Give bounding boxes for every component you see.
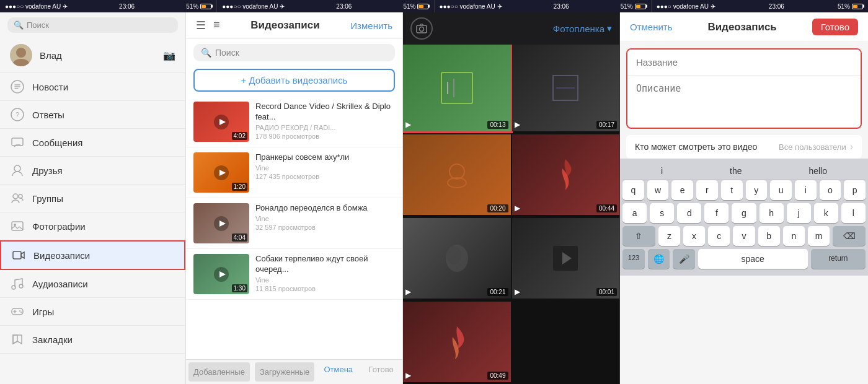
key-l[interactable]: l (841, 203, 866, 223)
upload-done-button[interactable]: Готово (812, 19, 858, 35)
sidebar-item-games[interactable]: Игры (0, 298, 185, 326)
videos-edit-button[interactable]: Изменить (350, 20, 392, 31)
key-m[interactable]: m (808, 226, 830, 246)
sidebar-item-friends[interactable]: Друзья (0, 157, 185, 185)
video-item-1[interactable]: 4:02 Record Dance Video / Skrillex & Dip… (186, 97, 402, 147)
sidebar-item-bookmarks[interactable]: Закладки (0, 326, 185, 354)
svg-point-7 (14, 165, 20, 172)
sidebar-item-groups[interactable]: Группы (0, 185, 185, 212)
status-bars: ●●●○○ vodafone AU ✈ 23:06 51% ●●●○○ voda… (0, 0, 868, 12)
status-bar-4: ●●●○ vodafone AU ✈ 23:06 51% (652, 0, 868, 12)
key-g[interactable]: g (732, 203, 756, 223)
video-play-icon-7: ▶ (405, 371, 411, 380)
album-duration-3: 00:20 (487, 204, 508, 212)
key-u[interactable]: u (770, 180, 792, 200)
key-i[interactable]: i (795, 180, 817, 200)
shift-key[interactable]: ⇧ (622, 226, 655, 246)
album-header: Фотопленка ▾ (403, 12, 619, 45)
video-play-icon-2: ▶ (515, 120, 520, 129)
messages-icon (10, 135, 25, 150)
album-camera-button[interactable] (410, 17, 433, 40)
videos-search-area: 🔍 Поиск (186, 39, 402, 66)
time-1: 23:06 (119, 3, 135, 10)
numbers-key[interactable]: 123 (622, 249, 645, 269)
privacy-setting[interactable]: Кто может смотреть это видео Все пользов… (626, 135, 862, 159)
key-h[interactable]: h (760, 203, 784, 223)
key-k[interactable]: k (814, 203, 838, 223)
key-q[interactable]: q (622, 180, 644, 200)
key-c[interactable]: c (708, 226, 730, 246)
chevron-down-icon: ▾ (607, 23, 612, 34)
tab-uploaded[interactable]: Загруженные (255, 362, 314, 382)
key-p[interactable]: p (844, 180, 866, 200)
videos-icon (11, 248, 26, 263)
suggestion-hello[interactable]: hello (804, 165, 832, 177)
audio-icon (10, 276, 25, 291)
key-a[interactable]: a (622, 203, 647, 223)
video-thumb-4: 1:30 (193, 254, 249, 294)
time-3: 23:06 (554, 3, 569, 10)
upload-cancel-button[interactable]: Отменить (630, 22, 673, 32)
sidebar-item-profile[interactable]: Влад 📷 (0, 38, 185, 73)
key-w[interactable]: w (647, 180, 669, 200)
video-item-3[interactable]: 4:04 Роналдо переоделся в бомжа Vine 32 … (186, 198, 402, 249)
search-icon-2: 🔍 (201, 48, 211, 58)
key-x[interactable]: x (683, 226, 705, 246)
key-j[interactable]: j (787, 203, 811, 223)
menu-icon[interactable]: ≡ (213, 19, 220, 32)
sidebar-item-answers[interactable]: ? Ответы (0, 101, 185, 129)
key-b[interactable]: b (758, 226, 780, 246)
key-s[interactable]: s (650, 203, 674, 223)
sidebar-item-messages[interactable]: Сообщения (0, 129, 185, 157)
tab-cancel[interactable]: Отмена (317, 360, 360, 384)
tab-added[interactable]: Добавленные (188, 362, 250, 382)
sidebar-item-label-games: Игры (32, 307, 175, 317)
sidebar-item-videos[interactable]: Видеозаписи (0, 240, 185, 270)
key-f[interactable]: f (704, 203, 728, 223)
microphone-key[interactable]: 🎤 (673, 249, 694, 269)
video-description-input[interactable] (627, 76, 861, 125)
album-title[interactable]: Фотопленка ▾ (553, 23, 612, 34)
video-name-input[interactable] (627, 50, 861, 76)
battery-3: 51% (621, 3, 646, 10)
suggestion-the[interactable]: the (725, 165, 746, 177)
video-title-4: Собаки терпеливо ждут своей очеред... (255, 254, 395, 275)
sidebar-search-box[interactable]: 🔍 Поиск (7, 17, 178, 33)
delete-key[interactable]: ⌫ (833, 226, 866, 246)
video-item-2[interactable]: 1:20 Пранкеры совсем аху*ли Vine 127 435… (186, 147, 402, 198)
key-v[interactable]: v (733, 226, 755, 246)
return-key[interactable]: return (811, 249, 866, 269)
sidebar-item-news[interactable]: Новости (0, 73, 185, 101)
sidebar-item-audio[interactable]: Аудиозаписи (0, 270, 185, 298)
key-o[interactable]: o (820, 180, 841, 200)
key-e[interactable]: e (671, 180, 693, 200)
upload-form (626, 48, 862, 129)
key-y[interactable]: y (746, 180, 768, 200)
hamburger-icon[interactable]: ☰ (196, 19, 206, 32)
svg-point-17 (20, 312, 22, 313)
album-cell-1[interactable]: ▶ 00:13 (403, 45, 511, 131)
sidebar-item-label-news: Новости (32, 82, 175, 92)
add-video-button[interactable]: + Добавить видеозапись (193, 69, 395, 92)
album-cell-2[interactable]: ▶ 00:17 (512, 45, 620, 131)
space-key[interactable]: space (698, 249, 808, 269)
key-z[interactable]: z (658, 226, 680, 246)
tab-done[interactable]: Готово (360, 360, 402, 384)
key-n[interactable]: n (783, 226, 805, 246)
video-duration-4: 1:30 (232, 284, 247, 292)
sidebar-nav: Влад 📷 Новости ? Ответы Сообщения (0, 38, 185, 384)
album-cell-6[interactable]: ▶ 00:01 (512, 218, 620, 299)
sidebar-item-photos[interactable]: Фотографии (0, 212, 185, 240)
video-item-4[interactable]: 1:30 Собаки терпеливо ждут своей очеред.… (186, 249, 402, 300)
album-cell-4[interactable]: ▶ 00:44 (512, 134, 620, 215)
key-d[interactable]: d (677, 203, 701, 223)
album-cell-5[interactable]: ▶ 00:21 (403, 218, 511, 299)
video-duration-2: 1:20 (232, 183, 247, 191)
key-r[interactable]: r (696, 180, 718, 200)
globe-key[interactable]: 🌐 (648, 249, 670, 269)
key-t[interactable]: t (721, 180, 743, 200)
suggestion-i[interactable]: i (656, 165, 668, 177)
album-cell-3[interactable]: 00:20 (403, 134, 511, 215)
album-cell-7[interactable]: ▶ 00:49 (403, 302, 511, 382)
videos-search-box[interactable]: 🔍 Поиск (193, 44, 395, 61)
